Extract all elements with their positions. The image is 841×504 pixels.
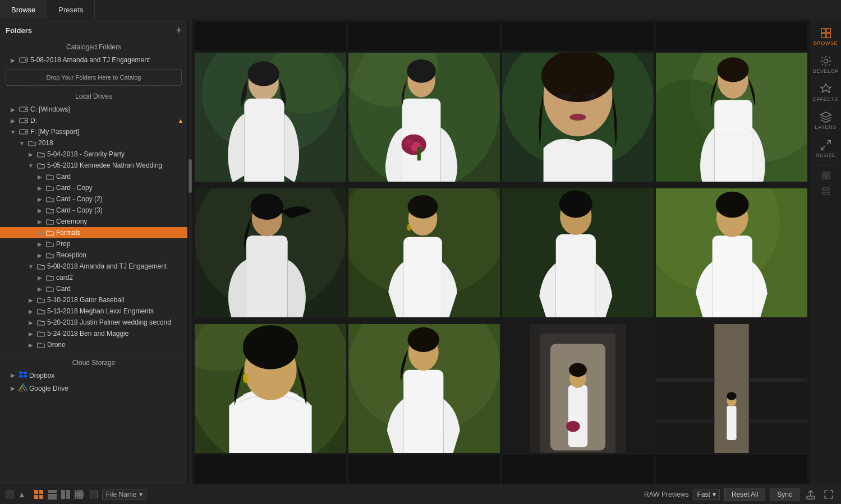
drive-f[interactable]: ▼ F: [My Passport] (0, 126, 187, 137)
folder-prep[interactable]: ▶ Prep (0, 238, 187, 249)
filmstrip-view-button[interactable] (73, 488, 85, 501)
svg-marker-9 (23, 371, 27, 374)
folder-kennedee[interactable]: ▼ 5-05-2018 Kennedee Nathan Wedding (0, 160, 187, 171)
photo-cell-1-1[interactable] (195, 53, 346, 182)
select-all-checkbox[interactable] (6, 491, 13, 498)
expand-c-arrow: ▶ (9, 107, 17, 113)
drop-zone[interactable]: Drop Your Folders Here to Catalog (6, 69, 182, 86)
svg-rect-123 (81, 490, 83, 492)
photo-cell-2-1[interactable] (195, 188, 346, 317)
photo-cell-2-3[interactable] (502, 188, 654, 317)
photo-cell-2-2[interactable] (348, 188, 500, 317)
svg-marker-8 (19, 371, 23, 374)
photo-cell-bottom-4[interactable] (656, 455, 807, 483)
folder-card-amanda[interactable]: ▶ Card (0, 283, 187, 294)
layers-panel-button[interactable]: LAYERS (810, 107, 841, 135)
folder-card-copy[interactable]: ▶ Card - Copy (0, 182, 187, 193)
photo-cell-top-2[interactable] (348, 22, 500, 50)
add-folder-button[interactable]: + (176, 25, 182, 36)
sidebar: Folders + Cataloged Folders ▶ 5-08-2018 … (0, 20, 188, 484)
folder-drone[interactable]: ▶ Drone (0, 339, 187, 350)
mini-icon-2[interactable] (819, 183, 833, 199)
drive-d[interactable]: ▶ D: ▲ (0, 115, 187, 126)
cataloged-item-engagement[interactable]: ▶ 5-08-2018 Amanda and TJ Engagement (0, 54, 187, 66)
mini-icon-1[interactable] (819, 168, 833, 183)
folder-justin[interactable]: ▶ 5-20-2018 Justin Palmer wedding second (0, 317, 187, 328)
folder-amanda[interactable]: ▼ 5-08-2018 Amanda and TJ Engagement (0, 261, 187, 272)
photo-cell-bottom-2[interactable] (348, 455, 500, 483)
folder-ben[interactable]: ▶ 5-24-2018 Ben and Maggie (0, 328, 187, 339)
reset-all-button[interactable]: Reset All (724, 488, 765, 501)
svg-point-84 (566, 421, 580, 432)
folder-formals[interactable]: ▶ Formals (0, 227, 187, 238)
raw-previews-value[interactable]: Fast ▾ (693, 489, 720, 500)
gdrive-label: Google Drive (29, 385, 68, 392)
fullscreen-button[interactable] (822, 488, 835, 501)
folder-card2[interactable]: ▶ card2 (0, 272, 187, 283)
photo-cell-3-4[interactable] (656, 324, 807, 453)
folder-serority[interactable]: ▶ 5-04-2018 - Serority Party (0, 149, 187, 160)
effects-panel-button[interactable]: EFFECTS (810, 78, 841, 107)
raw-dropdown-icon: ▾ (713, 491, 716, 498)
scroll-thumb[interactable] (189, 159, 192, 193)
svg-point-44 (717, 57, 748, 82)
scroll-divider[interactable] (188, 20, 192, 484)
photo-cell-2-4[interactable] (656, 188, 807, 317)
resize-panel-button[interactable]: RESIZE (810, 135, 841, 163)
svg-rect-109 (822, 192, 829, 195)
photo-cell-1-3[interactable] (502, 53, 654, 182)
svg-rect-126 (79, 497, 81, 499)
svg-point-27 (407, 59, 436, 83)
svg-point-3 (25, 109, 27, 110)
detail-view-button[interactable] (46, 488, 58, 501)
svg-rect-116 (48, 497, 57, 500)
photo-cell-top-4[interactable] (656, 22, 807, 50)
drive-c[interactable]: ▶ C: [Windows] (0, 104, 187, 115)
photo-cell-top-1[interactable] (195, 22, 346, 50)
photo-row-bottom (195, 455, 807, 483)
cloud-dropbox[interactable]: ▶ Dropbox (0, 369, 187, 382)
svg-rect-101 (821, 34, 825, 38)
folder-card[interactable]: ▶ Card (0, 171, 187, 182)
svg-rect-115 (48, 494, 57, 497)
folder-reception[interactable]: ▶ Reception (0, 249, 187, 261)
folder-card-copy-2[interactable]: ▶ Card - Copy (2) (0, 193, 187, 205)
expand-2018-arrow: ▼ (18, 140, 26, 146)
svg-point-76 (408, 327, 439, 352)
folder-gator[interactable]: ▶ 5-10-2018 Gator Baseball (0, 294, 187, 306)
photo-cell-bottom-3[interactable] (502, 455, 654, 483)
develop-panel-button[interactable]: DEVELOP (810, 50, 841, 78)
photo-cell-top-3[interactable] (502, 22, 654, 50)
cloud-gdrive[interactable]: ▶ Google Drive (0, 382, 187, 395)
photo-cell-1-4[interactable] (656, 53, 807, 182)
thumbnail-checkbox[interactable] (90, 491, 98, 498)
folder-ben-icon (36, 330, 45, 337)
tab-browse[interactable]: Browse (0, 0, 47, 20)
folder-ceremony[interactable]: ▶ Ceremony (0, 216, 187, 227)
grid-view-button[interactable] (33, 488, 45, 501)
photo-cell-3-2[interactable] (348, 324, 500, 453)
folder-meghan[interactable]: ▶ 5-13-2018 Meghan Lexxi Engments (0, 306, 187, 317)
svg-point-60 (559, 190, 592, 218)
photo-cell-bottom-1[interactable] (195, 455, 346, 483)
tab-presets[interactable]: Presets (47, 0, 95, 20)
expand-gator-arrow: ▶ (27, 297, 35, 303)
folder-card-copy-label: Card - Copy (56, 184, 93, 192)
folder-card-copy-3[interactable]: ▶ Card - Copy (3) (0, 205, 187, 216)
photo-cell-1-2[interactable] (348, 53, 500, 182)
expand-card-copy2-arrow: ▶ (36, 196, 44, 202)
folder-justin-icon (36, 319, 45, 326)
svg-rect-124 (75, 497, 76, 499)
folder-card-copy2-label: Card - Copy (2) (56, 195, 103, 203)
folder-2018[interactable]: ▼ 2018 (0, 137, 187, 149)
file-name-sort[interactable]: File Name ▾ (102, 489, 146, 500)
svg-rect-120 (75, 490, 76, 492)
compare-view-button[interactable] (59, 488, 72, 501)
photo-cell-3-1[interactable] (195, 324, 346, 453)
browse-panel-button[interactable]: BROWSE (810, 22, 841, 50)
sync-button[interactable]: Sync (770, 488, 799, 501)
photo-cell-3-3[interactable] (502, 324, 654, 453)
sort-arrow-button[interactable]: ▲ (18, 490, 26, 499)
develop-panel-label: DEVELOP (812, 68, 838, 74)
share-button[interactable] (804, 488, 817, 501)
